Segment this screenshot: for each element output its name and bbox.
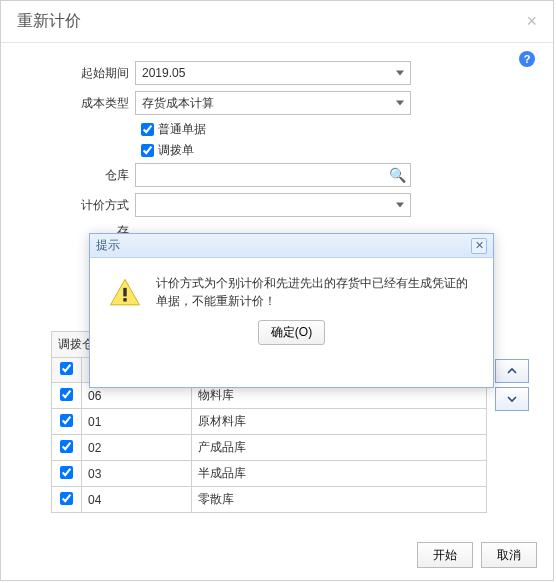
start-period-label: 起始期间 bbox=[31, 65, 135, 82]
message-box: 提示 ✕ 计价方式为个别计价和先进先出的存货中已经有生成凭证的单据，不能重新计价… bbox=[89, 233, 494, 388]
row-checkbox[interactable] bbox=[60, 414, 73, 427]
message-close-icon[interactable]: ✕ bbox=[471, 238, 487, 254]
move-down-button[interactable] bbox=[495, 387, 529, 411]
form-area: 起始期间 2019.05 成本类型 存货成本计算 普通单据 bbox=[1, 43, 553, 261]
start-period-value: 2019.05 bbox=[142, 66, 185, 80]
chk-normal-label: 普通单据 bbox=[158, 121, 206, 138]
cost-type-value: 存货成本计算 bbox=[142, 96, 214, 110]
chevron-down-icon bbox=[507, 394, 517, 404]
table-row[interactable]: 01原材料库 bbox=[52, 409, 487, 435]
arrow-controls bbox=[495, 331, 535, 513]
message-titlebar: 提示 ✕ bbox=[90, 234, 493, 258]
start-button[interactable]: 开始 bbox=[417, 542, 473, 568]
message-title: 提示 bbox=[96, 237, 120, 254]
footer: 开始 取消 bbox=[417, 542, 537, 568]
caret-down-icon bbox=[396, 203, 404, 208]
cancel-button[interactable]: 取消 bbox=[481, 542, 537, 568]
help-icon[interactable]: ? bbox=[519, 51, 535, 67]
cost-type-combo[interactable]: 存货成本计算 bbox=[135, 91, 411, 115]
svg-rect-0 bbox=[123, 288, 126, 297]
caret-down-icon bbox=[396, 71, 404, 76]
close-icon[interactable]: × bbox=[526, 11, 537, 32]
row-code: 01 bbox=[82, 409, 192, 435]
ok-button[interactable]: 确定(O) bbox=[258, 320, 325, 345]
row-code: 03 bbox=[82, 461, 192, 487]
row-checkbox[interactable] bbox=[60, 492, 73, 505]
chk-normal-doc[interactable] bbox=[141, 123, 154, 136]
search-icon[interactable]: 🔍 bbox=[389, 167, 406, 183]
row-name: 原材料库 bbox=[192, 409, 487, 435]
chk-transfer-label: 调拨单 bbox=[158, 142, 194, 159]
header-checkbox-cell bbox=[52, 358, 82, 383]
row-checkbox[interactable] bbox=[60, 466, 73, 479]
header-checkbox[interactable] bbox=[60, 362, 73, 375]
chevron-up-icon bbox=[507, 366, 517, 376]
warning-icon bbox=[108, 276, 142, 310]
dialog-title: 重新计价 bbox=[17, 11, 81, 32]
row-code: 02 bbox=[82, 435, 192, 461]
move-up-button[interactable] bbox=[495, 359, 529, 383]
cost-type-label: 成本类型 bbox=[31, 95, 135, 112]
start-period-combo[interactable]: 2019.05 bbox=[135, 61, 411, 85]
title-bar: 重新计价 × bbox=[1, 1, 553, 43]
table-row[interactable]: 03半成品库 bbox=[52, 461, 487, 487]
row-code: 04 bbox=[82, 487, 192, 513]
row-name: 产成品库 bbox=[192, 435, 487, 461]
warehouse-label: 仓库 bbox=[31, 167, 135, 184]
row-name: 零散库 bbox=[192, 487, 487, 513]
row-checkbox[interactable] bbox=[60, 388, 73, 401]
caret-down-icon bbox=[396, 101, 404, 106]
row-checkbox[interactable] bbox=[60, 440, 73, 453]
pricing-method-label: 计价方式 bbox=[31, 197, 135, 214]
pricing-method-combo[interactable] bbox=[135, 193, 411, 217]
warehouse-input[interactable]: 🔍 bbox=[135, 163, 411, 187]
chk-transfer-doc[interactable] bbox=[141, 144, 154, 157]
recalc-dialog: 重新计价 × ? 起始期间 2019.05 成本类型 存货成本计算 bbox=[0, 0, 554, 581]
table-row[interactable]: 04零散库 bbox=[52, 487, 487, 513]
svg-rect-1 bbox=[123, 298, 126, 301]
table-row[interactable]: 02产成品库 bbox=[52, 435, 487, 461]
message-text: 计价方式为个别计价和先进先出的存货中已经有生成凭证的单据，不能重新计价！ bbox=[156, 274, 475, 310]
row-name: 半成品库 bbox=[192, 461, 487, 487]
